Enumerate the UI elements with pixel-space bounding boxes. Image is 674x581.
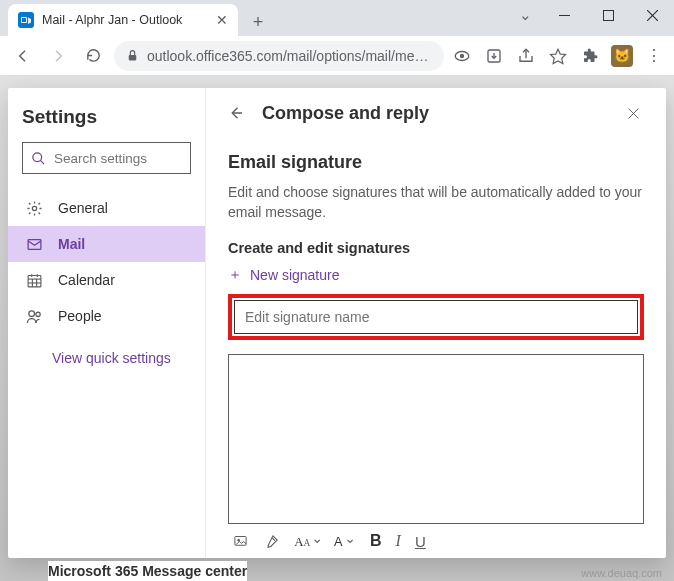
browser-tab[interactable]: Mail - Alphr Jan - Outlook ✕ [8,4,238,36]
format-painter-icon[interactable] [263,533,280,550]
main-header: Compose and reply [206,88,666,138]
font-family-dropdown[interactable]: AA [294,533,320,550]
tab-overflow-chevron-icon[interactable]: ⌄ [508,0,542,30]
svg-point-12 [33,152,42,161]
settings-modal: Settings General Mail Calendar [8,88,666,558]
sidebar-item-calendar[interactable]: Calendar [8,262,205,298]
search-input[interactable] [54,151,223,166]
section-heading: Email signature [228,152,644,173]
tab-close-icon[interactable]: ✕ [216,12,228,28]
search-icon [31,151,46,166]
insert-image-icon[interactable] [232,534,249,549]
format-toolbar: AA A B I U [228,532,644,550]
svg-point-8 [461,54,464,57]
browser-menu-icon[interactable]: ⋮ [642,44,666,68]
settings-scroll-area[interactable]: Email signature Edit and choose signatur… [206,138,666,558]
signature-editor-textarea[interactable] [228,354,644,524]
svg-point-23 [29,310,35,316]
extensions-icon[interactable] [578,44,602,68]
svg-point-24 [36,312,40,316]
italic-button[interactable]: I [396,532,401,550]
section-description: Edit and choose signatures that will be … [228,183,644,222]
back-button[interactable] [224,104,248,122]
sidebar-item-people[interactable]: People [8,298,205,334]
lens-extension-icon[interactable] [450,44,474,68]
window-close-button[interactable] [630,0,674,30]
url-text: outlook.office365.com/mail/options/mail/… [147,48,432,64]
svg-line-13 [40,160,44,164]
annotation-highlight [228,294,644,340]
signature-name-input[interactable] [234,300,638,334]
window-maximize-button[interactable] [586,0,630,30]
svg-text:A: A [334,534,343,548]
new-tab-button[interactable]: + [244,8,272,36]
subsection-heading: Create and edit signatures [228,240,644,256]
install-icon[interactable] [482,44,506,68]
svg-rect-3 [603,10,613,20]
settings-sidebar: Settings General Mail Calendar [8,88,206,558]
svg-line-30 [272,538,275,541]
lock-icon [126,49,139,62]
sidebar-item-label: Mail [58,236,85,252]
font-size-dropdown[interactable]: A [334,533,356,550]
browser-toolbar: outlook.office365.com/mail/options/mail/… [0,36,674,76]
svg-rect-1 [22,18,26,22]
gear-icon [26,200,44,217]
new-signature-label: New signature [250,267,340,283]
window-minimize-button[interactable] [542,0,586,30]
plus-icon: ＋ [228,266,242,284]
view-quick-settings-link[interactable]: View quick settings [52,350,191,366]
profile-avatar[interactable]: 🐱 [610,44,634,68]
sidebar-item-label: General [58,200,108,216]
sidebar-title: Settings [22,106,191,128]
svg-marker-11 [551,49,566,63]
search-settings[interactable] [22,142,191,174]
people-icon [26,308,44,325]
watermark: www.deuaq.com [581,567,662,579]
share-icon[interactable] [514,44,538,68]
nav-back-button[interactable] [8,41,37,71]
close-settings-button[interactable] [618,98,648,128]
outlook-favicon [18,12,34,28]
svg-text:A: A [304,537,311,547]
sidebar-item-label: Calendar [58,272,115,288]
svg-text:A: A [294,534,304,548]
browser-tab-title: Mail - Alphr Jan - Outlook [42,13,208,27]
window-controls: ⌄ [508,0,674,30]
sidebar-item-label: People [58,308,102,324]
bold-button[interactable]: B [370,532,382,550]
url-bar[interactable]: outlook.office365.com/mail/options/mail/… [114,41,444,71]
svg-point-14 [32,206,36,210]
settings-main: Compose and reply Email signature Edit a… [206,88,666,558]
svg-rect-6 [129,55,137,60]
page-title: Compose and reply [262,103,429,124]
bookmark-star-icon[interactable] [546,44,570,68]
calendar-icon [26,272,44,289]
sidebar-item-general[interactable]: General [8,190,205,226]
svg-rect-16 [28,275,41,286]
background-page-title: Microsoft 365 Message center [48,561,247,581]
mail-icon [26,236,44,253]
nav-reload-button[interactable] [79,41,108,71]
underline-button[interactable]: U [415,533,426,550]
nav-forward-button[interactable] [43,41,72,71]
sidebar-item-mail[interactable]: Mail [8,226,205,262]
new-signature-button[interactable]: ＋ New signature [228,266,644,284]
